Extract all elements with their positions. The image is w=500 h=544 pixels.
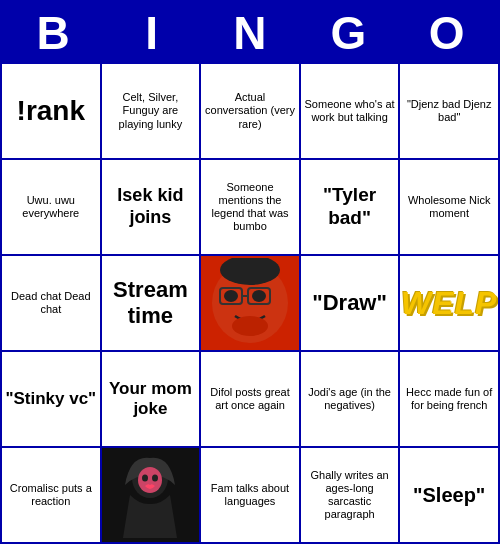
draw-text: "Draw" xyxy=(312,290,387,316)
cell-r3c5[interactable]: WELP xyxy=(400,256,498,350)
cell-r2c3-text: Someone mentions the legend that was bum… xyxy=(204,181,296,234)
cell-r2c3[interactable]: Someone mentions the legend that was bum… xyxy=(201,160,299,254)
cell-r4c4[interactable]: Jodi's age (in the negatives) xyxy=(301,352,399,446)
header-g: G xyxy=(303,6,393,60)
cell-r1c1[interactable]: !rank xyxy=(2,64,100,158)
cell-r4c5[interactable]: Hecc made fun of for being french xyxy=(400,352,498,446)
bingo-header: B I N G O xyxy=(0,0,500,62)
cell-r3c3[interactable] xyxy=(201,256,299,350)
cell-r3c2[interactable]: Stream time xyxy=(102,256,200,350)
rank-text: !rank xyxy=(17,94,85,128)
cell-r2c2-text: Isek kid joins xyxy=(105,185,197,228)
cell-r2c4[interactable]: "Tyler bad" xyxy=(301,160,399,254)
cell-r4c3[interactable]: Difol posts great art once again xyxy=(201,352,299,446)
cell-r5c1-text: Cromalisc puts a reaction xyxy=(5,482,97,508)
cell-r4c1[interactable]: "Stinky vc" xyxy=(2,352,100,446)
sleep-text: "Sleep" xyxy=(413,483,485,507)
svg-point-13 xyxy=(152,475,158,482)
cell-r4c1-text: "Stinky vc" xyxy=(5,389,96,409)
cell-r3c1[interactable]: Dead chat Dead chat xyxy=(2,256,100,350)
header-i: I xyxy=(107,6,197,60)
cell-r2c1-text: Uwu. uwu everywhere xyxy=(5,194,97,220)
cell-r5c5[interactable]: "Sleep" xyxy=(400,448,498,542)
cell-r1c3[interactable]: Actual conversation (very rare) xyxy=(201,64,299,158)
cell-r1c3-text: Actual conversation (very rare) xyxy=(204,91,296,131)
bingo-grid: !rank Celt, Silver, Funguy are playing l… xyxy=(0,62,500,544)
cell-r2c5[interactable]: Wholesome Nick moment xyxy=(400,160,498,254)
header-o: O xyxy=(402,6,492,60)
cell-r4c4-text: Jodi's age (in the negatives) xyxy=(304,386,396,412)
cell-r2c5-text: Wholesome Nick moment xyxy=(403,194,495,220)
cell-r4c3-text: Difol posts great art once again xyxy=(204,386,296,412)
cell-r1c4[interactable]: Someone who's at work but talking xyxy=(301,64,399,158)
cell-r5c2[interactable] xyxy=(102,448,200,542)
header-b: B xyxy=(8,6,98,60)
svg-point-5 xyxy=(224,290,238,302)
cell-r5c1[interactable]: Cromalisc puts a reaction xyxy=(2,448,100,542)
cell-r2c4-text: "Tyler bad" xyxy=(304,184,396,230)
cell-r3c1-text: Dead chat Dead chat xyxy=(5,290,97,316)
cell-r5c3-text: Fam talks about languages xyxy=(204,482,296,508)
svg-point-11 xyxy=(138,467,162,493)
header-n: N xyxy=(205,6,295,60)
dark-figure-svg xyxy=(105,450,195,540)
bingo-container: B I N G O !rank Celt, Silver, Funguy are… xyxy=(0,0,500,544)
cell-r4c2[interactable]: Your mom joke xyxy=(102,352,200,446)
svg-point-6 xyxy=(252,290,266,302)
cell-r5c3[interactable]: Fam talks about languages xyxy=(201,448,299,542)
cell-r1c5-text: "Djenz bad Djenz bad" xyxy=(403,98,495,124)
cell-r5c4-text: Ghally writes an ages-long sarcastic par… xyxy=(304,469,396,522)
red-face-svg xyxy=(205,258,295,348)
svg-point-7 xyxy=(232,316,268,336)
cell-r1c5[interactable]: "Djenz bad Djenz bad" xyxy=(400,64,498,158)
cell-r1c2[interactable]: Celt, Silver, Funguy are playing lunky xyxy=(102,64,200,158)
cell-r4c2-text: Your mom joke xyxy=(105,379,197,420)
cell-r1c4-text: Someone who's at work but talking xyxy=(304,98,396,124)
cell-r4c5-text: Hecc made fun of for being french xyxy=(403,386,495,412)
cell-r1c2-text: Celt, Silver, Funguy are playing lunky xyxy=(105,91,197,131)
welp-text: WELP xyxy=(401,284,497,322)
cell-r5c4[interactable]: Ghally writes an ages-long sarcastic par… xyxy=(301,448,399,542)
cell-r3c4[interactable]: "Draw" xyxy=(301,256,399,350)
cell-r2c2[interactable]: Isek kid joins xyxy=(102,160,200,254)
cell-r2c1[interactable]: Uwu. uwu everywhere xyxy=(2,160,100,254)
svg-point-12 xyxy=(142,475,148,482)
stream-time-text: Stream time xyxy=(105,277,197,330)
